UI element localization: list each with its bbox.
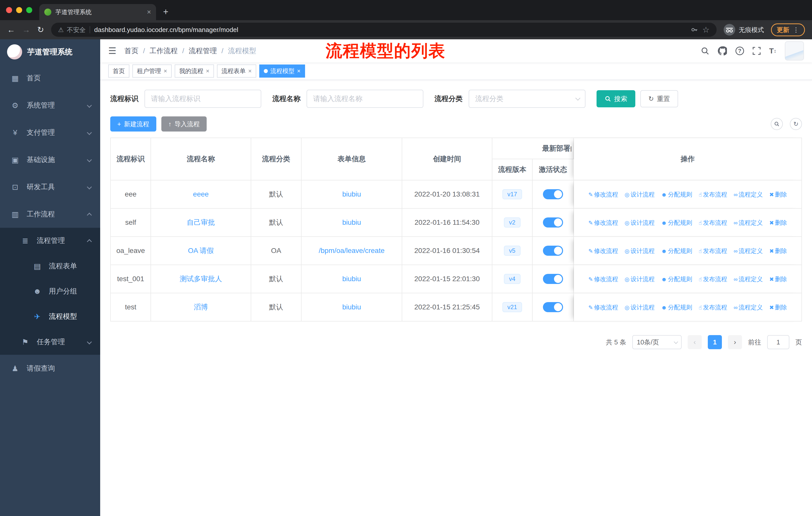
- delete-link[interactable]: ✖删除: [769, 219, 787, 226]
- create-process-button[interactable]: + 新建流程: [110, 116, 156, 132]
- refresh-table-button[interactable]: ↻: [790, 118, 802, 130]
- design-process-link[interactable]: ◎设计流程: [625, 219, 655, 226]
- sidebar-item-infra[interactable]: ▣ 基础设施: [0, 146, 100, 173]
- tag-close-icon[interactable]: ×: [248, 67, 252, 75]
- forward-icon[interactable]: →: [22, 25, 30, 34]
- toggle-search-button[interactable]: [771, 118, 783, 130]
- delete-link[interactable]: ✖删除: [769, 247, 787, 254]
- process-definition-link[interactable]: ∞流程定义: [734, 276, 763, 282]
- reset-button[interactable]: ↻ 重置: [640, 90, 678, 107]
- user-avatar[interactable]: [785, 41, 804, 60]
- active-toggle[interactable]: [543, 189, 563, 199]
- model-name-link[interactable]: 自己审批: [187, 218, 215, 226]
- sidebar-item-process-model[interactable]: ✈ 流程模型: [0, 304, 100, 329]
- process-name-input[interactable]: [307, 90, 424, 108]
- form-link[interactable]: biubiu: [342, 190, 361, 198]
- model-name-link[interactable]: eeee: [193, 190, 209, 198]
- edit-process-link[interactable]: ✎修改流程: [588, 247, 618, 254]
- assign-rule-link[interactable]: ☻分配规则: [661, 304, 692, 311]
- publish-process-link[interactable]: ☝发布流程: [699, 304, 727, 311]
- tag-close-icon[interactable]: ×: [164, 67, 167, 75]
- password-key-icon[interactable]: [691, 26, 698, 33]
- process-definition-link[interactable]: ∞流程定义: [734, 219, 763, 226]
- design-process-link[interactable]: ◎设计流程: [625, 247, 655, 254]
- tag-my-process[interactable]: 我的流程 ×: [175, 64, 214, 78]
- active-toggle[interactable]: [543, 302, 563, 312]
- process-definition-link[interactable]: ∞流程定义: [734, 247, 763, 254]
- design-process-link[interactable]: ◎设计流程: [625, 191, 655, 198]
- back-icon[interactable]: ←: [7, 25, 15, 34]
- publish-process-link[interactable]: ☝发布流程: [699, 219, 727, 226]
- tag-home[interactable]: 首页: [108, 64, 129, 78]
- edit-process-link[interactable]: ✎修改流程: [588, 219, 618, 226]
- design-process-link[interactable]: ◎设计流程: [625, 304, 655, 311]
- address-bar[interactable]: ⚠ 不安全 dashboard.yudao.iocoder.cn/bpm/man…: [51, 23, 717, 37]
- browser-tab[interactable]: 芋道管理系统 ×: [39, 4, 156, 20]
- search-icon[interactable]: [701, 47, 709, 55]
- category-select[interactable]: 流程分类: [469, 90, 585, 108]
- publish-process-link[interactable]: ☝发布流程: [699, 247, 727, 254]
- tag-close-icon[interactable]: ×: [206, 67, 209, 75]
- search-button[interactable]: 搜索: [597, 90, 635, 107]
- model-name-link[interactable]: OA 请假: [188, 247, 214, 254]
- github-icon[interactable]: [718, 46, 727, 55]
- active-toggle[interactable]: [543, 274, 563, 284]
- assign-rule-link[interactable]: ☻分配规则: [661, 276, 692, 282]
- breadcrumb-item[interactable]: 流程管理: [178, 46, 217, 56]
- sidebar-item-pay[interactable]: ¥ 支付管理: [0, 119, 100, 146]
- bookmark-star-icon[interactable]: ☆: [702, 25, 709, 34]
- model-name-link[interactable]: 滔博: [194, 303, 208, 311]
- close-window-button[interactable]: [6, 7, 12, 13]
- sidebar-item-process-management[interactable]: ≣ 流程管理: [0, 228, 100, 253]
- reload-icon[interactable]: ↻: [37, 25, 44, 34]
- prev-page-button[interactable]: ‹: [688, 335, 702, 349]
- model-name-link[interactable]: 测试多审批人: [180, 275, 222, 283]
- page-size-select[interactable]: 10条/页: [632, 335, 682, 349]
- delete-link[interactable]: ✖删除: [769, 276, 787, 282]
- new-tab-button[interactable]: +: [156, 6, 175, 20]
- edit-process-link[interactable]: ✎修改流程: [588, 276, 618, 282]
- delete-link[interactable]: ✖删除: [769, 304, 787, 311]
- assign-rule-link[interactable]: ☻分配规则: [661, 247, 692, 254]
- tab-close-icon[interactable]: ×: [147, 8, 151, 16]
- process-id-input[interactable]: [144, 90, 261, 108]
- delete-link[interactable]: ✖删除: [769, 191, 787, 198]
- assign-rule-link[interactable]: ☻分配规则: [661, 219, 692, 226]
- active-toggle[interactable]: [543, 217, 563, 227]
- form-link[interactable]: biubiu: [342, 303, 361, 311]
- process-definition-link[interactable]: ∞流程定义: [734, 191, 763, 198]
- tag-tenant[interactable]: 租户管理 ×: [133, 64, 172, 78]
- sidebar-item-workflow[interactable]: ▥ 工作流程: [0, 200, 100, 228]
- sidebar-item-task-management[interactable]: ⚑ 任务管理: [0, 329, 100, 355]
- form-link[interactable]: biubiu: [342, 218, 361, 226]
- publish-process-link[interactable]: ☝发布流程: [699, 191, 727, 198]
- next-page-button[interactable]: ›: [728, 335, 742, 349]
- breadcrumb-item[interactable]: 首页: [124, 46, 139, 56]
- assign-rule-link[interactable]: ☻分配规则: [661, 191, 692, 198]
- publish-process-link[interactable]: ☝发布流程: [699, 276, 727, 282]
- tag-process-form[interactable]: 流程表单 ×: [217, 64, 256, 78]
- tag-close-icon[interactable]: ×: [297, 67, 300, 75]
- minimize-window-button[interactable]: [16, 7, 22, 13]
- import-process-button[interactable]: ↑ 导入流程: [161, 116, 207, 132]
- hamburger-icon[interactable]: ☰: [108, 46, 116, 56]
- zoom-window-button[interactable]: [26, 7, 32, 13]
- font-size-icon[interactable]: T↕: [769, 47, 776, 55]
- sidebar-item-home[interactable]: ▦ 首页: [0, 64, 100, 92]
- sidebar-item-user-group[interactable]: ☻ 用户分组: [0, 279, 100, 304]
- goto-page-input[interactable]: [767, 335, 789, 349]
- browser-menu-icon[interactable]: ⋮: [793, 26, 799, 33]
- process-definition-link[interactable]: ∞流程定义: [734, 304, 763, 311]
- form-link[interactable]: /bpm/oa/leave/create: [319, 247, 385, 254]
- active-toggle[interactable]: [543, 246, 563, 256]
- tag-process-model[interactable]: 流程模型 ×: [259, 64, 305, 78]
- edit-process-link[interactable]: ✎修改流程: [588, 304, 618, 311]
- security-chip[interactable]: ⚠ 不安全: [58, 26, 86, 34]
- help-icon[interactable]: ?: [735, 47, 744, 55]
- sidebar-item-dev-tools[interactable]: ⊡ 研发工具: [0, 173, 100, 200]
- sidebar-item-system[interactable]: ⚙ 系统管理: [0, 92, 100, 119]
- browser-update-button[interactable]: 更新 ⋮: [771, 23, 805, 36]
- current-page-button[interactable]: 1: [708, 335, 722, 349]
- form-link[interactable]: biubiu: [342, 275, 361, 283]
- breadcrumb-item[interactable]: 工作流程: [139, 46, 178, 56]
